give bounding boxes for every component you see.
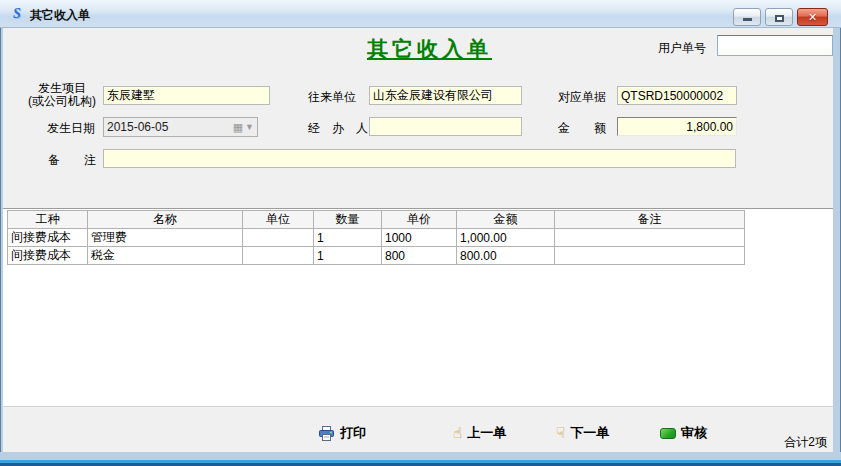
detail-table: 工种 名称 单位 数量 单价 金额 备注 间接费成本 管理费 1 1000 1,…	[7, 210, 745, 265]
col-qty: 数量	[314, 211, 382, 229]
previous-label: 上一单	[467, 424, 506, 442]
remark-input[interactable]	[103, 149, 736, 168]
close-icon: ✕	[808, 9, 817, 25]
detail-grid-area: 工种 名称 单位 数量 单价 金额 备注 间接费成本 管理费 1 1000 1,…	[3, 208, 833, 406]
page-title: 其它收入单	[367, 35, 492, 63]
window-title: 其它收入单	[30, 7, 90, 24]
next-record-button[interactable]: ☟ 下一单	[556, 424, 609, 442]
maximize-button[interactable]	[765, 8, 793, 26]
table-row[interactable]: 间接费成本 管理费 1 1000 1,000.00	[8, 229, 745, 247]
user-no-input[interactable]	[717, 35, 833, 56]
app-logo-icon: S	[9, 6, 25, 22]
counterparty-input[interactable]	[369, 86, 522, 105]
printer-icon	[318, 426, 335, 441]
col-unit: 单位	[243, 211, 314, 229]
window-border-bottom	[0, 452, 841, 466]
calendar-icon: ▦	[233, 121, 243, 134]
green-badge-icon	[660, 428, 676, 439]
total-items-status: 合计2项	[784, 434, 827, 451]
title-bar[interactable]: S 其它收入单 ✕	[0, 0, 841, 28]
chevron-down-icon[interactable]: ▼	[245, 122, 254, 132]
date-value: 2015-06-05	[104, 120, 233, 134]
maximize-icon	[775, 15, 784, 22]
date-label: 发生日期	[47, 120, 95, 137]
table-header-row: 工种 名称 单位 数量 单价 金额 备注	[8, 211, 745, 229]
bottom-toolbar: 打印 ☝ 上一单 ☟ 下一单 审核 合计2项	[3, 406, 833, 452]
previous-record-button[interactable]: ☝ 上一单	[453, 424, 506, 442]
other-income-window: S 其它收入单 ✕ 其它收入单 用户单号 发生项目 (或公司机构) 往来单位 对…	[0, 0, 841, 466]
doc-no-label: 对应单据	[558, 89, 606, 106]
col-price: 单价	[382, 211, 457, 229]
col-worktype: 工种	[8, 211, 88, 229]
minimize-button[interactable]	[733, 8, 761, 26]
hand-up-icon: ☝	[453, 426, 462, 440]
remark-label: 备 注	[48, 152, 96, 169]
print-button[interactable]: 打印	[318, 424, 366, 442]
window-controls: ✕	[733, 8, 828, 26]
audit-button[interactable]: 审核	[660, 424, 707, 442]
col-amount: 金额	[457, 211, 555, 229]
handler-input[interactable]	[369, 117, 522, 136]
audit-label: 审核	[681, 424, 707, 442]
doc-no-input[interactable]	[617, 86, 737, 105]
project-input[interactable]	[103, 86, 270, 105]
date-picker[interactable]: 2015-06-05 ▦ ▼	[103, 117, 258, 137]
counterparty-label: 往来单位	[308, 89, 356, 106]
col-remark: 备注	[555, 211, 745, 229]
minimize-icon	[743, 18, 752, 21]
amount-label: 金 额	[558, 120, 606, 137]
close-button[interactable]: ✕	[797, 8, 828, 26]
project-label: 发生项目 (或公司机构)	[16, 82, 108, 108]
hand-down-icon: ☟	[556, 426, 565, 440]
window-border-right	[833, 28, 841, 452]
table-row[interactable]: 间接费成本 税金 1 800 800.00	[8, 247, 745, 265]
next-label: 下一单	[570, 424, 609, 442]
handler-label: 经 办 人	[308, 120, 368, 137]
print-label: 打印	[340, 424, 366, 442]
amount-input[interactable]	[617, 117, 737, 136]
user-no-label: 用户单号	[658, 40, 706, 57]
col-name: 名称	[88, 211, 243, 229]
